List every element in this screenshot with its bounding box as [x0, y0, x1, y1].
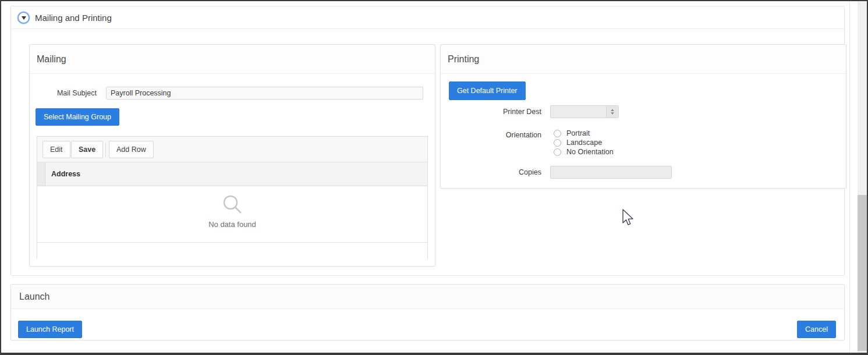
- printing-panel-header: Printing: [441, 45, 846, 74]
- radio-label: Portrait: [566, 129, 590, 137]
- mailing-panel: Mailing Mail Subject Select Mailing Grou…: [29, 44, 435, 267]
- region-header: Mailing and Printing: [11, 6, 844, 29]
- radio-option-portrait[interactable]: Portrait: [554, 129, 590, 138]
- vertical-scrollbar[interactable]: [858, 1, 867, 353]
- launch-panel-header: Launch: [11, 285, 844, 309]
- copies-input[interactable]: [550, 166, 672, 179]
- get-default-printer-button[interactable]: Get Default Printer: [449, 81, 526, 100]
- triangle-down-icon: [22, 16, 26, 20]
- edit-button[interactable]: Edit: [42, 141, 70, 158]
- radio-label: Landscape: [566, 139, 602, 147]
- mail-subject-label: Mail Subject: [38, 87, 97, 100]
- browser-viewport: Mailing and Printing Mailing Mail Subjec…: [0, 0, 868, 355]
- launch-panel: Launch Launch Report Cancel: [10, 284, 845, 340]
- column-header-address[interactable]: Address: [51, 162, 80, 186]
- search-icon: [221, 193, 243, 215]
- radio-icon[interactable]: [554, 130, 561, 137]
- radio-icon[interactable]: [554, 139, 561, 147]
- region-mailing-and-printing: Mailing and Printing Mailing Mail Subjec…: [10, 6, 845, 276]
- mailing-title: Mailing: [37, 45, 66, 74]
- launch-title: Launch: [19, 285, 50, 309]
- add-row-button[interactable]: Add Row: [109, 141, 154, 158]
- collapse-button[interactable]: [17, 12, 30, 24]
- copies-label: Copies: [448, 166, 541, 179]
- grid-no-data-area: No data found: [37, 186, 427, 242]
- radio-option-no-orientation[interactable]: No Orientation: [554, 147, 614, 157]
- printer-dest-label: Printer Dest: [448, 105, 541, 118]
- address-grid: Edit Save Add Row Address No data found: [37, 136, 428, 259]
- mail-subject-input[interactable]: [106, 87, 423, 100]
- grid-header-row: Address: [37, 162, 427, 186]
- printing-panel: Printing Get Default Printer Printer Des…: [440, 44, 846, 189]
- save-button[interactable]: Save: [71, 141, 103, 158]
- launch-report-button[interactable]: Launch Report: [18, 321, 82, 338]
- region-title: Mailing and Printing: [35, 6, 112, 29]
- page-edge-divider: [849, 1, 850, 353]
- toolbar-separator: [105, 143, 106, 157]
- radio-option-landscape[interactable]: Landscape: [554, 138, 602, 147]
- printer-dest-select[interactable]: [550, 105, 619, 118]
- scrollbar-thumb[interactable]: [858, 195, 867, 351]
- no-data-text: No data found: [37, 220, 427, 229]
- radio-icon[interactable]: [554, 148, 561, 156]
- cancel-button[interactable]: Cancel: [797, 321, 836, 338]
- grid-footer: [37, 242, 427, 260]
- mailing-panel-header: Mailing: [30, 45, 435, 74]
- printing-title: Printing: [448, 45, 479, 74]
- row-selector-header-cell: [37, 162, 45, 186]
- orientation-label: Orientation: [448, 129, 541, 141]
- radio-label: No Orientation: [566, 148, 614, 156]
- select-arrows-icon[interactable]: [606, 106, 618, 118]
- grid-toolbar: Edit Save Add Row: [37, 137, 427, 162]
- select-mailing-group-button[interactable]: Select Mailing Group: [36, 108, 119, 126]
